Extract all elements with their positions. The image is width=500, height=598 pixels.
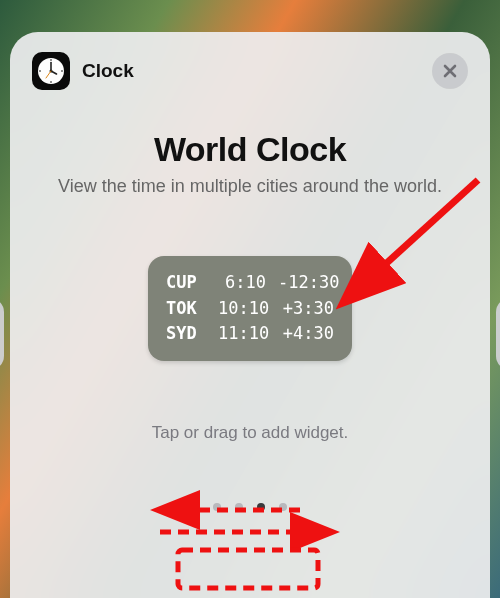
widget-title: World Clock [32,130,468,169]
clock-app-icon [32,52,70,90]
wallpaper-background: Clock World Clock View the time in multi… [0,0,500,598]
add-widget-hint: Tap or drag to add widget. [32,423,468,443]
world-clock-widget-preview[interactable]: CUP 6:10 -12:30 TOK 10:10 +3:30 SYD 11:1… [148,256,352,361]
page-dot[interactable] [279,503,287,511]
widget-picker-sheet: Clock World Clock View the time in multi… [10,32,490,598]
city-time: 10:10 [218,296,266,322]
city-offset: +3:30 [278,296,334,322]
city-time: 6:10 [218,270,266,296]
page-indicator[interactable] [32,503,468,511]
clock-row: TOK 10:10 +3:30 [166,296,334,322]
prev-widget-handle[interactable] [0,298,4,370]
city-time: 11:10 [218,321,266,347]
city-code: SYD [166,321,206,347]
app-name-label: Clock [82,60,134,82]
page-dot[interactable] [213,503,221,511]
city-offset: +4:30 [278,321,334,347]
page-dot[interactable] [235,503,243,511]
clock-row: SYD 11:10 +4:30 [166,321,334,347]
close-button[interactable] [432,53,468,89]
page-dot-active[interactable] [257,503,265,511]
sheet-header: Clock [32,52,468,90]
city-code: TOK [166,296,206,322]
close-icon [442,63,458,79]
widget-subtitle: View the time in multiple cities around … [32,175,468,198]
clock-row: CUP 6:10 -12:30 [166,270,334,296]
city-offset: -12:30 [278,270,334,296]
next-widget-handle[interactable] [496,298,500,370]
city-code: CUP [166,270,206,296]
